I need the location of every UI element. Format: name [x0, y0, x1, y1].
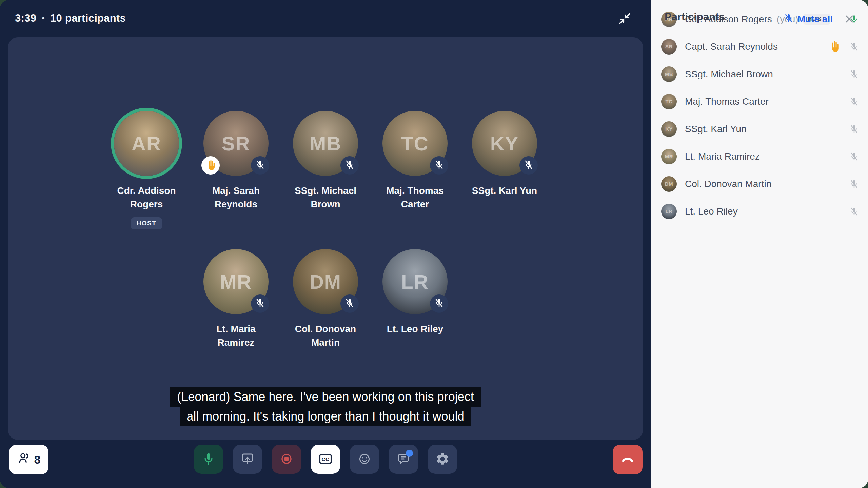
gear-icon [435, 452, 450, 467]
host-badge: HOST [131, 217, 162, 229]
mic-off-icon[interactable] [849, 179, 859, 189]
participant-row-name: Lt. Leo Riley [685, 206, 738, 217]
record-button[interactable] [272, 445, 301, 474]
participant-tile-donovan-martin[interactable]: DM Col. DonovanMart [290, 249, 361, 349]
mic-off-icon[interactable] [849, 42, 859, 52]
avatar: LR [661, 204, 677, 219]
mute-all-label: Mute all [797, 14, 833, 25]
participant-row-name: Capt. Sarah Reynolds [685, 41, 778, 52]
collapse-view-button[interactable] [616, 10, 633, 28]
participant-row-leo-riley[interactable]: LR Lt. Leo Riley [661, 198, 859, 225]
close-panel-button[interactable] [843, 13, 856, 26]
participant-name: SSgt. Karl Yun [472, 184, 537, 198]
video-row-2: MR Lt. MariaRamirez [8, 249, 643, 349]
mic-off-icon [434, 159, 445, 171]
caption-line-2: all morning. It's taking longer than I t… [180, 407, 471, 426]
avatar: SR [661, 39, 677, 55]
avatar: MR [661, 149, 677, 164]
muted-badge [340, 294, 359, 313]
muted-badge [340, 156, 359, 175]
participant-tile-karl-yun[interactable]: KY SSgt. Karl Yun [469, 111, 540, 229]
participant-row-michael-brown[interactable]: MB SSgt. Michael Brown [661, 60, 859, 88]
meeting-main-area: 3:39 • 10 participants AR Cdr. [0, 0, 651, 488]
separator-dot: • [42, 14, 45, 23]
mic-off-icon [255, 159, 265, 171]
participant-count-label: 10 participants [50, 12, 126, 24]
meeting-window: 3:39 • 10 participants AR Cdr. [0, 0, 868, 488]
participant-name: Lt. Leo Riley [387, 322, 443, 336]
end-call-button[interactable] [613, 445, 643, 474]
video-row-1: AR Cdr. AddisonRogers HOST SR [8, 111, 643, 229]
raised-hand-icon [828, 40, 840, 53]
caption-line-1: (Leonard) Same here. I've been working o… [170, 387, 480, 407]
participant-tile-leo-riley[interactable]: LR Lt. Leo Riley [379, 249, 451, 349]
meeting-timer: 3:39 [15, 12, 36, 24]
muted-badge [251, 294, 269, 313]
participant-name: Lt. MariaRamirez [216, 322, 255, 349]
mic-off-icon [344, 298, 355, 310]
participant-tile-michael-brown[interactable]: MB SSgt. MichaelBro [290, 111, 361, 229]
avatar: TC [661, 94, 677, 109]
closed-captions: (Leonard) Same here. I've been working o… [8, 387, 643, 426]
collapse-icon [617, 11, 632, 27]
participant-name: Col. DonovanMartin [295, 322, 356, 349]
participant-tile-addison-rogers[interactable]: AR Cdr. AddisonRogers HOST [111, 111, 182, 229]
mic-off-icon [434, 298, 445, 310]
mic-off-icon[interactable] [849, 151, 859, 162]
participant-row-maria-ramirez[interactable]: MR Lt. Maria Ramirez [661, 143, 859, 170]
participant-name: Cdr. AddisonRogers [117, 184, 176, 211]
reactions-button[interactable] [350, 445, 379, 474]
cc-icon: CC [318, 451, 333, 468]
participant-name: Maj. SarahReynolds [212, 184, 260, 211]
participant-row-sarah-reynolds[interactable]: SR Capt. Sarah Reynolds [661, 33, 859, 60]
mic-off-icon [523, 159, 534, 171]
mute-all-mic-off-icon [784, 13, 794, 25]
avatar: KY [661, 121, 677, 137]
end-call-phone-icon [619, 451, 636, 468]
participant-row-donovan-martin[interactable]: DM Col. Donovan Martin [661, 170, 859, 198]
avatar: AR [114, 111, 179, 176]
participant-name: Maj. ThomasCarter [386, 184, 444, 211]
muted-badge [251, 156, 269, 175]
mic-off-icon [344, 159, 355, 171]
raised-hand-badge [201, 156, 220, 175]
participant-tile-sarah-reynolds[interactable]: SR [200, 111, 272, 229]
meeting-toolbar: 8 [0, 440, 651, 488]
microphone-button[interactable] [194, 445, 223, 474]
mic-off-icon[interactable] [849, 97, 859, 107]
participant-row-name: Lt. Maria Ramirez [685, 151, 760, 162]
avatar: MB [661, 66, 677, 82]
mic-off-icon[interactable] [849, 206, 859, 217]
meeting-info: 3:39 • 10 participants [15, 12, 126, 24]
screen-share-button[interactable] [233, 445, 262, 474]
avatar: DM [661, 176, 677, 192]
muted-badge [430, 156, 448, 175]
participant-row-thomas-carter[interactable]: TC Maj. Thomas Carter [661, 88, 859, 115]
participant-row-name: Col. Donovan Martin [685, 179, 771, 189]
mute-all-button[interactable]: Mute all [784, 13, 833, 25]
closed-captions-button[interactable]: CC [311, 445, 340, 474]
participant-row-name: SSgt. Karl Yun [685, 124, 747, 135]
smiley-icon [357, 451, 372, 467]
participant-row-karl-yun[interactable]: KY SSgt. Karl Yun [661, 115, 859, 143]
participants-list: AR Cdr. Addison Rogers (you) HOST [651, 0, 868, 225]
participant-name: SSgt. MichaelBrown [295, 184, 356, 211]
toolbar-controls: CC [0, 445, 651, 474]
settings-button[interactable] [428, 445, 457, 474]
chat-unread-badge [406, 450, 413, 457]
raised-hand-icon [205, 159, 216, 171]
close-icon [843, 21, 855, 26]
muted-badge [430, 294, 448, 313]
participant-tile-maria-ramirez[interactable]: MR Lt. MariaRamirez [200, 249, 272, 349]
mic-on-icon [201, 452, 216, 467]
participant-tile-thomas-carter[interactable]: TC Maj. ThomasCarte [379, 111, 451, 229]
svg-text:CC: CC [322, 456, 330, 462]
muted-badge [519, 156, 538, 175]
participants-panel: Participants Mute all AR [651, 0, 868, 488]
participants-panel-title: Participants [665, 11, 725, 23]
mic-off-icon[interactable] [849, 69, 859, 79]
record-icon [279, 451, 294, 467]
participant-row-name: SSgt. Michael Brown [685, 69, 773, 80]
mic-off-icon[interactable] [849, 124, 859, 134]
chat-button[interactable] [389, 445, 418, 474]
